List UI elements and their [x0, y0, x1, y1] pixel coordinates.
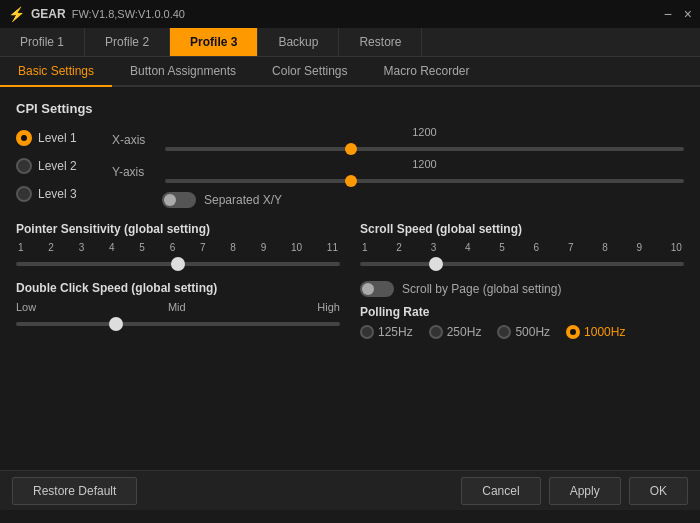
xaxis-value: 1200 — [165, 126, 684, 138]
scroll-speed-group: Scroll Speed (global setting) 1 2 3 4 5 … — [360, 222, 684, 269]
restore-default-button[interactable]: Restore Default — [12, 477, 137, 505]
subtab-button-assignments[interactable]: Button Assignments — [112, 57, 254, 85]
polling-1000hz[interactable]: 1000Hz — [566, 325, 625, 339]
scroll-speed-slider[interactable] — [360, 262, 684, 266]
cpi-level-3-radio[interactable] — [16, 186, 32, 202]
profile-tab-1[interactable]: Profile 1 — [0, 28, 85, 56]
polling-options: 125Hz 250Hz 500Hz 1000Hz — [360, 325, 684, 339]
sub-tabs: Basic Settings Button Assignments Color … — [0, 57, 700, 87]
separated-xy-toggle[interactable] — [162, 192, 196, 208]
title-bar-left: ⚡ GEAR FW:V1.8,SW:V1.0.0.40 — [8, 6, 185, 22]
yaxis-label: Y-axis — [112, 165, 157, 179]
polling-section: Polling Rate 125Hz 250Hz 500Hz — [360, 305, 684, 339]
mid-label: Mid — [168, 301, 186, 313]
polling-125hz[interactable]: 125Hz — [360, 325, 413, 339]
xaxis-slider-container: 1200 — [165, 126, 684, 154]
polling-500hz[interactable]: 500Hz — [497, 325, 550, 339]
close-button[interactable]: × — [684, 6, 692, 22]
polling-500hz-radio[interactable] — [497, 325, 511, 339]
polling-500hz-label: 500Hz — [515, 325, 550, 339]
scroll-speed-numbers: 1 2 3 4 5 6 7 8 9 10 — [360, 242, 684, 253]
pointer-sensitivity-title: Pointer Sensitivity (global setting) — [16, 222, 340, 236]
yaxis-value: 1200 — [165, 158, 684, 170]
scroll-speed-title: Scroll Speed (global setting) — [360, 222, 684, 236]
main-content: CPI Settings Level 1 Level 2 Level 3 X-a… — [0, 87, 700, 470]
double-click-group: Double Click Speed (global setting) Low … — [16, 281, 340, 329]
polling-250hz-radio[interactable] — [429, 325, 443, 339]
ok-button[interactable]: OK — [629, 477, 688, 505]
footer-right: Cancel Apply OK — [461, 477, 688, 505]
pointer-numbers: 1 2 3 4 5 6 7 8 9 10 11 — [16, 242, 340, 253]
xaxis-row: X-axis 1200 — [112, 126, 684, 154]
scroll-by-page-row: Scroll by Page (global setting) — [360, 281, 684, 297]
title-bar-right: − × — [664, 6, 692, 22]
profile-tab-2[interactable]: Profile 2 — [85, 28, 170, 56]
middle-section: Pointer Sensitivity (global setting) 1 2… — [16, 222, 684, 341]
polling-125hz-label: 125Hz — [378, 325, 413, 339]
cpi-title: CPI Settings — [16, 101, 684, 116]
fw-version: FW:V1.8,SW:V1.0.0.40 — [72, 8, 185, 20]
polling-title: Polling Rate — [360, 305, 684, 319]
cpi-level-2-radio[interactable] — [16, 158, 32, 174]
polling-125hz-radio[interactable] — [360, 325, 374, 339]
polling-1000hz-label: 1000Hz — [584, 325, 625, 339]
xaxis-label: X-axis — [112, 133, 157, 147]
low-label: Low — [16, 301, 36, 313]
double-click-title: Double Click Speed (global setting) — [16, 281, 340, 295]
pointer-sensitivity-group: Pointer Sensitivity (global setting) 1 2… — [16, 222, 340, 269]
title-bar: ⚡ GEAR FW:V1.8,SW:V1.0.0.40 − × — [0, 0, 700, 28]
profile-tab-3[interactable]: Profile 3 — [170, 28, 258, 56]
cpi-level-1[interactable]: Level 1 — [16, 130, 96, 146]
minimize-button[interactable]: − — [664, 6, 672, 22]
brand-name: GEAR — [31, 7, 66, 21]
cpi-levels: Level 1 Level 2 Level 3 — [16, 126, 96, 208]
high-label: High — [317, 301, 340, 313]
subtab-macro-recorder[interactable]: Macro Recorder — [365, 57, 487, 85]
subtab-color-settings[interactable]: Color Settings — [254, 57, 365, 85]
pointer-sensitivity-slider[interactable] — [16, 262, 340, 266]
subtab-basic-settings[interactable]: Basic Settings — [0, 57, 112, 87]
cpi-sliders: X-axis 1200 Y-axis 1200 Separated X/Y — [112, 126, 684, 208]
profile-tab-restore[interactable]: Restore — [339, 28, 422, 56]
polling-1000hz-radio[interactable] — [566, 325, 580, 339]
separated-xy-label: Separated X/Y — [204, 193, 282, 207]
apply-button[interactable]: Apply — [549, 477, 621, 505]
footer: Restore Default Cancel Apply OK — [0, 470, 700, 510]
cpi-level-3-label: Level 3 — [38, 187, 77, 201]
xaxis-slider[interactable] — [165, 147, 684, 151]
scroll-by-page-toggle[interactable] — [360, 281, 394, 297]
yaxis-slider-container: 1200 — [165, 158, 684, 186]
double-click-slider[interactable] — [16, 322, 340, 326]
separated-row: Separated X/Y — [162, 192, 684, 208]
footer-left: Restore Default — [12, 477, 137, 505]
logo-icon: ⚡ — [8, 6, 25, 22]
profile-tab-backup[interactable]: Backup — [258, 28, 339, 56]
scroll-by-page-label: Scroll by Page (global setting) — [402, 282, 561, 296]
cpi-level-2-label: Level 2 — [38, 159, 77, 173]
cancel-button[interactable]: Cancel — [461, 477, 540, 505]
double-click-labels: Low Mid High — [16, 301, 340, 313]
right-column: Scroll Speed (global setting) 1 2 3 4 5 … — [360, 222, 684, 341]
cpi-section: Level 1 Level 2 Level 3 X-axis 1200 Y-ax… — [16, 126, 684, 208]
yaxis-slider[interactable] — [165, 179, 684, 183]
left-column: Pointer Sensitivity (global setting) 1 2… — [16, 222, 340, 341]
profile-tabs: Profile 1 Profile 2 Profile 3 Backup Res… — [0, 28, 700, 57]
cpi-level-1-radio[interactable] — [16, 130, 32, 146]
polling-250hz-label: 250Hz — [447, 325, 482, 339]
cpi-level-3[interactable]: Level 3 — [16, 186, 96, 202]
yaxis-row: Y-axis 1200 — [112, 158, 684, 186]
polling-250hz[interactable]: 250Hz — [429, 325, 482, 339]
cpi-level-1-label: Level 1 — [38, 131, 77, 145]
cpi-level-2[interactable]: Level 2 — [16, 158, 96, 174]
